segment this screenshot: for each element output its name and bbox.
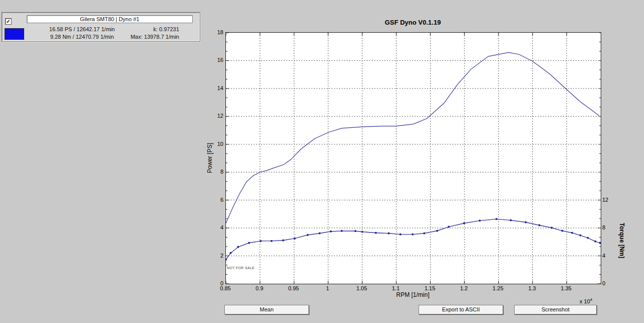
torque-marker [375,232,377,234]
torque-marker [229,252,231,254]
dyno-chart [226,33,601,284]
torque-marker [412,233,414,235]
export-to-ascii-button[interactable]: Export to ASCII [419,305,503,314]
y-left-tick-label: 14 [208,85,223,91]
torque-marker [463,222,465,224]
torque-marker [271,240,273,242]
power-peak-stat: 16.58 PS / 12642.17 1/min [25,26,139,32]
y-left-tick-label: 16 [208,57,223,63]
torque-marker [594,240,596,243]
run-info-panel: ✓ 16.58 PS / 12642.17 1/min k: 0.97231 9… [2,12,200,42]
torque-marker [399,233,401,235]
x-tick-label: 1.35 [556,285,576,291]
torque-marker [318,232,320,234]
x-tick-label: 1.25 [488,285,508,291]
x-tick-label: 1.3 [522,285,542,291]
torque-marker [587,237,589,239]
chart-title: GSF Dyno V0.1.19 [225,19,600,26]
y-left-tick-label: 12 [208,113,223,119]
plot-area [225,32,601,284]
y-left-tick-label: 2 [208,253,223,259]
torque-marker [341,230,343,232]
y-right-tick-label: 12 [602,197,617,203]
torque-marker [330,230,332,232]
torque-marker [538,224,540,226]
torque-marker [448,226,450,228]
x-axis-multiplier: x 104 [580,297,592,304]
torque-marker [510,219,512,221]
max-rpm-stat: Max: 13978.7 1/min [128,34,179,40]
x-tick-label: 0.9 [250,285,270,291]
torque-marker [248,242,250,244]
x-tick-label: 0.95 [283,285,303,291]
y-right-tick-label: 0 [602,280,617,286]
run-color-swatch[interactable] [5,28,24,40]
torque-marker [436,230,438,232]
y-right-tick-label: 8 [602,224,617,230]
x-tick-label: 1 [317,285,338,291]
x-axis-label: RPM [1/min] [225,291,600,298]
x-tick-label: 1.1 [386,285,406,291]
torque-marker [423,232,425,234]
torque-curve [226,219,600,260]
y-left-tick-label: 18 [208,29,223,35]
torque-marker [307,234,309,236]
run-visible-checkbox[interactable]: ✓ [5,18,12,25]
torque-marker [579,234,581,236]
torque-marker [294,237,296,239]
y-left-tick-label: 6 [208,197,223,203]
torque-marker [479,220,481,222]
torque-marker [525,221,527,223]
mean-button[interactable]: Mean [224,305,309,314]
run-name-field[interactable] [27,15,193,23]
power-curve [226,52,599,223]
torque-marker [260,240,262,242]
not-for-sale-watermark: NOT FOR SALE [227,266,255,270]
k-factor-stat: k: 0.97231 [128,26,179,32]
right-axis-label: Torque [Nm] [618,215,625,266]
torque-marker [550,227,552,229]
torque-marker [571,232,573,234]
x-tick-label: 1.2 [454,285,474,291]
x-tick-label: 1.05 [352,285,372,291]
checkbox-check-icon: ✓ [6,19,10,24]
torque-marker [599,242,601,244]
y-left-tick-label: 4 [208,224,223,230]
torque-peak-stat: 9.28 Nm / 12470.79 1/min [25,34,139,40]
torque-marker [361,231,363,233]
y-right-tick-label: 4 [602,253,617,259]
torque-marker [237,246,239,248]
torque-marker [354,230,356,232]
screenshot-button[interactable]: Screenshot [514,305,597,314]
y-left-tick-label: 0 [208,280,223,286]
torque-marker [561,230,563,232]
left-axis-label: Power [PS] [206,133,213,183]
torque-marker [388,232,390,234]
torque-marker [282,239,284,241]
x-tick-label: 1.15 [420,285,440,291]
torque-marker [496,218,498,220]
